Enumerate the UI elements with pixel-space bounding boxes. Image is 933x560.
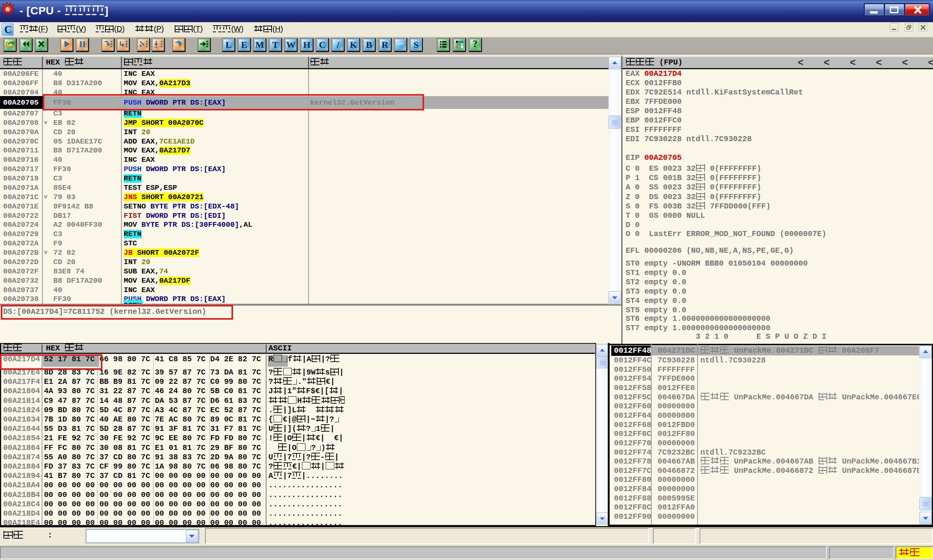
svg-text:?: ? (473, 39, 477, 49)
